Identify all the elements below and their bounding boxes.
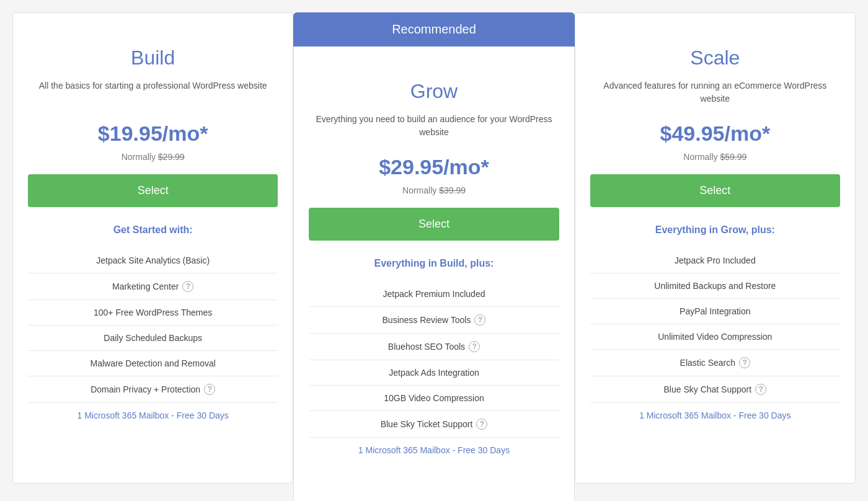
plan-price-build: $19.95/mo*: [28, 122, 278, 146]
feature-item-grow-1: Business Review Tools ?: [309, 307, 559, 334]
feature-item-scale-3: Unlimited Video Compression: [590, 324, 840, 350]
plan-title-scale: Scale: [590, 47, 840, 69]
microsoft-item-scale: 1 Microsoft 365 Mailbox - Free 30 Days: [590, 403, 840, 428]
help-icon-grow-5[interactable]: ?: [476, 419, 487, 430]
plan-normally-grow: Normally $39.99: [309, 185, 559, 195]
feature-text-scale-1: Unlimited Backups and Restore: [654, 281, 776, 291]
feature-text-build-5: Domain Privacy + Protection: [91, 384, 200, 394]
section-heading-grow: Everything in Build, plus:: [309, 258, 559, 269]
plan-normally-build: Normally $29.99: [28, 152, 278, 162]
feature-text-grow-4: 10GB Video Compression: [384, 393, 484, 403]
feature-list-grow: Jetpack Premium Included Business Review…: [309, 282, 559, 463]
feature-item-grow-4: 10GB Video Compression: [309, 386, 559, 411]
microsoft-text-scale: 1 Microsoft 365 Mailbox - Free 30 Days: [639, 410, 790, 420]
help-icon-grow-2[interactable]: ?: [469, 341, 480, 352]
feature-text-build-0: Jetpack Site Analytics (Basic): [96, 255, 210, 265]
feature-text-scale-5: Blue Sky Chat Support: [664, 384, 752, 394]
feature-item-build-5: Domain Privacy + Protection ?: [28, 376, 278, 403]
select-button-build[interactable]: Select: [28, 174, 278, 207]
feature-text-grow-0: Jetpack Premium Included: [383, 289, 485, 299]
feature-item-build-4: Malware Detection and Removal: [28, 351, 278, 376]
feature-item-build-0: Jetpack Site Analytics (Basic): [28, 248, 278, 273]
feature-text-grow-2: Bluehost SEO Tools: [388, 342, 465, 352]
feature-text-grow-3: Jetpack Ads Integration: [389, 368, 479, 378]
help-icon-grow-1[interactable]: ?: [474, 314, 485, 326]
section-heading-build: Get Started with:: [28, 224, 278, 236]
feature-text-grow-5: Blue Sky Ticket Support: [381, 419, 473, 429]
plan-card-grow: GrowEverything you need to build an audi…: [293, 47, 574, 501]
help-icon-build-5[interactable]: ?: [204, 384, 215, 395]
plan-description-scale: Advanced features for running an eCommer…: [590, 79, 840, 109]
plan-wrapper-build: BuildAll the basics for starting a profe…: [12, 12, 293, 484]
plan-title-build: Build: [28, 47, 278, 69]
plan-description-grow: Everything you need to build an audience…: [309, 113, 559, 143]
feature-item-grow-5: Blue Sky Ticket Support ?: [309, 411, 559, 438]
feature-text-build-3: Daily Scheduled Backups: [104, 333, 202, 343]
feature-list-scale: Jetpack Pro Included Unlimited Backups a…: [590, 248, 840, 428]
plan-wrapper-grow: RecommendedGrowEverything you need to bu…: [293, 12, 574, 501]
plan-price-scale: $49.95/mo*: [590, 122, 840, 146]
feature-item-grow-2: Bluehost SEO Tools ?: [309, 334, 559, 360]
feature-text-scale-0: Jetpack Pro Included: [675, 255, 756, 265]
feature-item-build-2: 100+ Free WordPress Themes: [28, 300, 278, 326]
feature-item-scale-4: Elastic Search ?: [590, 350, 840, 376]
plan-title-grow: Grow: [309, 80, 559, 103]
feature-text-scale-4: Elastic Search: [680, 358, 735, 368]
plan-card-build: BuildAll the basics for starting a profe…: [12, 12, 293, 484]
feature-item-grow-3: Jetpack Ads Integration: [309, 360, 559, 386]
select-button-scale[interactable]: Select: [590, 174, 840, 207]
microsoft-item-grow: 1 Microsoft 365 Mailbox - Free 30 Days: [309, 438, 559, 463]
section-heading-scale: Everything in Grow, plus:: [590, 224, 840, 236]
plan-price-grow: $29.95/mo*: [309, 155, 559, 179]
feature-item-scale-0: Jetpack Pro Included: [590, 248, 840, 273]
plan-normally-scale: Normally $59.99: [590, 152, 840, 162]
microsoft-text-build: 1 Microsoft 365 Mailbox - Free 30 Days: [78, 410, 229, 420]
feature-text-build-4: Malware Detection and Removal: [91, 358, 216, 368]
feature-list-build: Jetpack Site Analytics (Basic) Marketing…: [28, 248, 278, 428]
plan-card-scale: ScaleAdvanced features for running an eC…: [575, 12, 856, 484]
feature-item-grow-0: Jetpack Premium Included: [309, 282, 559, 307]
plan-wrapper-scale: ScaleAdvanced features for running an eC…: [575, 12, 856, 484]
feature-text-scale-2: PayPal Integration: [680, 306, 750, 316]
help-icon-scale-5[interactable]: ?: [755, 384, 766, 395]
help-icon-build-1[interactable]: ?: [182, 281, 193, 292]
microsoft-item-build: 1 Microsoft 365 Mailbox - Free 30 Days: [28, 403, 278, 428]
feature-item-scale-5: Blue Sky Chat Support ?: [590, 376, 840, 403]
feature-item-scale-2: PayPal Integration: [590, 299, 840, 324]
help-icon-scale-4[interactable]: ?: [739, 357, 750, 368]
feature-text-scale-3: Unlimited Video Compression: [658, 332, 772, 342]
recommended-badge: Recommended: [293, 12, 574, 47]
feature-item-scale-1: Unlimited Backups and Restore: [590, 273, 840, 299]
feature-text-build-1: Marketing Center: [112, 282, 179, 291]
feature-text-build-2: 100+ Free WordPress Themes: [94, 308, 212, 317]
feature-text-grow-1: Business Review Tools: [383, 315, 471, 325]
select-button-grow[interactable]: Select: [309, 208, 559, 241]
microsoft-text-grow: 1 Microsoft 365 Mailbox - Free 30 Days: [358, 445, 510, 455]
feature-item-build-3: Daily Scheduled Backups: [28, 326, 278, 351]
plans-container: BuildAll the basics for starting a profe…: [12, 12, 856, 501]
plan-description-build: All the basics for starting a profession…: [28, 79, 278, 109]
feature-item-build-1: Marketing Center ?: [28, 273, 278, 300]
